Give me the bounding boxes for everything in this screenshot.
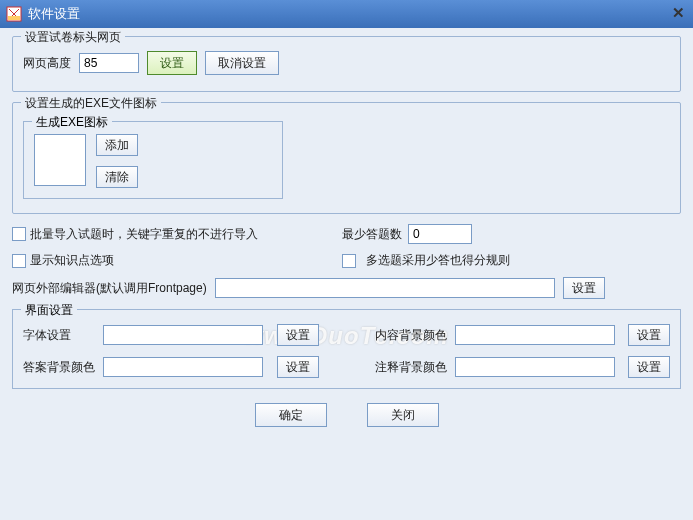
answer-bg-input[interactable] — [103, 357, 263, 377]
page-height-label: 网页高度 — [23, 55, 71, 72]
font-setting-input[interactable] — [103, 325, 263, 345]
add-icon-button[interactable]: 添加 — [96, 134, 138, 156]
close-button[interactable]: 关闭 — [367, 403, 439, 427]
close-icon[interactable]: ✕ — [667, 2, 689, 24]
multi-partial-label: 多选题采用少答也得分规则 — [366, 252, 510, 269]
set-content-bg-button[interactable]: 设置 — [628, 324, 670, 346]
set-font-button[interactable]: 设置 — [277, 324, 319, 346]
page-height-input[interactable] — [79, 53, 139, 73]
group-exe-icon: 设置生成的EXE文件图标 生成EXE图标 添加 清除 — [12, 102, 681, 214]
batch-import-label: 批量导入试题时，关键字重复的不进行导入 — [30, 226, 258, 243]
min-answers-input[interactable] — [408, 224, 472, 244]
cancel-height-button[interactable]: 取消设置 — [205, 51, 279, 75]
subgroup-gen-exe-icon: 生成EXE图标 添加 清除 — [23, 121, 283, 199]
note-bg-input[interactable] — [455, 357, 615, 377]
multi-partial-checkbox[interactable] — [342, 254, 356, 268]
app-icon — [6, 6, 22, 22]
show-knowledge-checkbox[interactable] — [12, 254, 26, 268]
external-editor-input[interactable] — [215, 278, 555, 298]
group-header-legend: 设置试卷标头网页 — [21, 29, 125, 46]
exe-icon-preview — [34, 134, 86, 186]
titlebar: 软件设置 ✕ — [0, 0, 693, 28]
min-answers-label: 最少答题数 — [342, 226, 402, 243]
window-title: 软件设置 — [28, 5, 687, 23]
show-knowledge-label: 显示知识点选项 — [30, 252, 114, 269]
client-area: www.DuoTe.com 设置试卷标头网页 网页高度 设置 取消设置 设置生成… — [0, 28, 693, 520]
font-setting-label: 字体设置 — [23, 327, 95, 344]
ok-button[interactable]: 确定 — [255, 403, 327, 427]
group-exe-legend: 设置生成的EXE文件图标 — [21, 95, 161, 112]
set-answer-bg-button[interactable]: 设置 — [277, 356, 319, 378]
set-editor-button[interactable]: 设置 — [563, 277, 605, 299]
set-note-bg-button[interactable]: 设置 — [628, 356, 670, 378]
batch-import-checkbox[interactable] — [12, 227, 26, 241]
group-ui-settings: 界面设置 字体设置 设置 内容背景颜色 设置 答案背景颜色 设置 注释背景颜色 … — [12, 309, 681, 389]
answer-bg-label: 答案背景颜色 — [23, 359, 95, 376]
ui-legend: 界面设置 — [21, 302, 77, 319]
subgroup-legend: 生成EXE图标 — [32, 114, 112, 131]
clear-icon-button[interactable]: 清除 — [96, 166, 138, 188]
group-header-webpage: 设置试卷标头网页 网页高度 设置 取消设置 — [12, 36, 681, 92]
note-bg-label: 注释背景颜色 — [375, 359, 447, 376]
external-editor-label: 网页外部编辑器(默认调用Frontpage) — [12, 280, 207, 297]
svg-rect-1 — [8, 16, 20, 20]
set-height-button[interactable]: 设置 — [147, 51, 197, 75]
content-bg-label: 内容背景颜色 — [375, 327, 447, 344]
content-bg-input[interactable] — [455, 325, 615, 345]
